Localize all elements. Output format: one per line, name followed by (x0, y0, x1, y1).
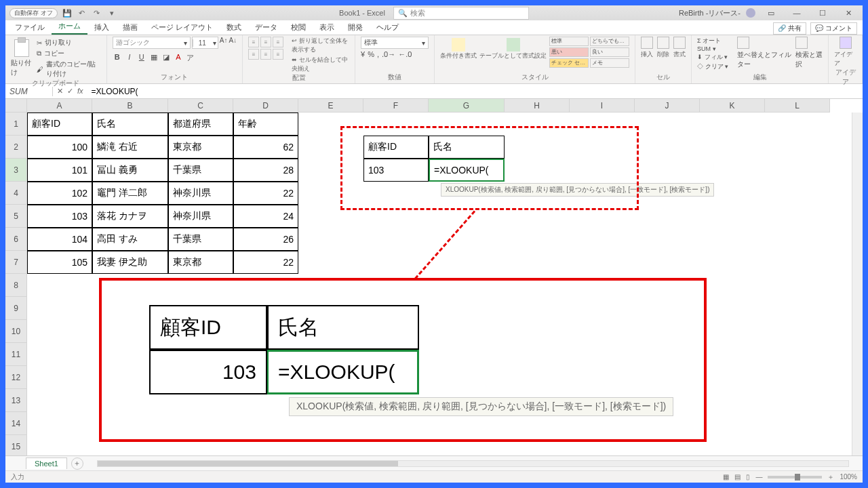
column-header[interactable]: L (765, 99, 830, 113)
row-header[interactable]: 2 (5, 136, 27, 159)
select-all-corner[interactable] (5, 99, 27, 113)
close-icon[interactable]: ✕ (838, 7, 859, 19)
fx-icon[interactable]: fx (77, 87, 83, 96)
cut-button[interactable]: 切り取り (37, 38, 100, 47)
ideas-button[interactable]: アイデア (834, 37, 856, 68)
find-select-button[interactable]: 検索と選択 (795, 37, 823, 69)
view-page-break-icon[interactable]: ▯ (746, 473, 750, 481)
table-cell[interactable]: 28 (233, 159, 298, 182)
table-cell[interactable]: 104 (27, 228, 92, 251)
zoom-slider[interactable] (768, 476, 822, 479)
column-header[interactable]: C (168, 99, 233, 113)
alignment-grid[interactable]: ≡≡≡≡≡≡ (248, 37, 283, 60)
row-header[interactable]: 6 (5, 228, 27, 251)
column-header[interactable]: D (233, 99, 298, 113)
table-cell[interactable]: 鱗滝 右近 (92, 136, 168, 159)
table-cell[interactable]: 24 (233, 205, 298, 228)
cell-style-item[interactable]: 悪い (549, 47, 589, 57)
column-header[interactable]: G (429, 99, 505, 113)
row-header[interactable]: 7 (5, 251, 27, 274)
ribbon-tab[interactable]: 開発 (341, 20, 370, 35)
view-page-layout-icon[interactable]: ▤ (734, 473, 741, 481)
redo-icon[interactable]: ↷ (92, 7, 102, 18)
table-cell[interactable]: 千葉県 (168, 228, 233, 251)
insert-cells-button[interactable]: 挿入 (641, 37, 653, 59)
table-cell[interactable]: 101 (27, 159, 92, 182)
ribbon-tab[interactable]: 挿入 (87, 20, 116, 35)
cell-style-item[interactable]: 良い (590, 47, 629, 57)
search-box[interactable]: 🔍 検索 (393, 7, 529, 20)
fill-color-button[interactable]: ◪ (161, 53, 171, 63)
row-header[interactable]: 13 (5, 389, 27, 412)
ribbon-tab[interactable]: ファイル (8, 20, 52, 35)
column-header[interactable]: I (570, 99, 635, 113)
decrease-decimal-button[interactable]: ←.0 (398, 50, 412, 58)
ribbon-tab[interactable]: ホーム (52, 19, 87, 35)
table-cell[interactable]: 神奈川県 (168, 205, 233, 228)
sort-filter-button[interactable]: 並べ替えとフィルター (737, 37, 792, 69)
cell-style-item[interactable]: 標準 (549, 37, 589, 46)
sheet-tab-active[interactable]: Sheet1 (26, 458, 67, 469)
italic-button[interactable]: I (125, 53, 134, 63)
fill-button[interactable]: ⬇ フィル ▾ (697, 53, 732, 62)
wrap-text-button[interactable]: ↩ 折り返して全体を表示する (292, 37, 349, 54)
row-header[interactable]: 12 (5, 366, 27, 389)
name-box[interactable]: SUM (5, 87, 53, 96)
table-cell[interactable]: 冨山 義勇 (92, 159, 168, 182)
bold-button[interactable]: B (113, 53, 122, 63)
column-header[interactable]: K (700, 99, 765, 113)
autosave-toggle[interactable]: 自動保存 オフ (9, 8, 58, 18)
user-avatar[interactable] (746, 8, 755, 18)
ribbon-tab[interactable]: ヘルプ (370, 20, 406, 35)
column-header[interactable]: E (298, 99, 363, 113)
conditional-formatting-button[interactable]: 条件付き書式 (440, 37, 477, 60)
ribbon-tab[interactable]: 数式 (220, 20, 248, 35)
table-cell[interactable]: 千葉県 (168, 159, 233, 182)
table-cell[interactable]: 22 (233, 182, 298, 205)
cell-styles-gallery[interactable]: 標準どちらでも…悪い良いチェック セ…メモ (549, 37, 629, 68)
worksheet-grid[interactable]: ABCDEFGHIJKL 123456789101112131415 顧客ID氏… (5, 99, 863, 455)
decrease-font-icon[interactable]: A↓ (229, 37, 237, 49)
table-cell[interactable]: 102 (27, 182, 92, 205)
column-header[interactable]: B (92, 99, 168, 113)
vertical-scrollbar[interactable] (852, 113, 863, 455)
add-sheet-button[interactable]: ＋ (71, 458, 83, 470)
comma-button[interactable]: , (377, 50, 379, 58)
copy-button[interactable]: コピー (37, 49, 100, 58)
ribbon-options-icon[interactable]: ▭ (761, 7, 781, 19)
font-name-select[interactable]: 游ゴシック▾ (113, 37, 191, 49)
row-header[interactable]: 8 (5, 274, 27, 297)
comments-button[interactable]: 💬 コメント (810, 22, 857, 35)
table-header-cell[interactable]: 顧客ID (27, 113, 92, 136)
delete-cells-button[interactable]: 削除 (657, 37, 669, 59)
view-normal-icon[interactable]: ▦ (723, 473, 729, 481)
column-header[interactable]: F (363, 99, 429, 113)
number-format-select[interactable]: 標準▾ (361, 37, 429, 49)
format-as-table-button[interactable]: テーブルとして書式設定 (479, 37, 547, 60)
cancel-formula-icon[interactable]: ✕ (57, 87, 63, 96)
ribbon-tab[interactable]: 校閲 (284, 20, 313, 35)
user-name[interactable]: ReBirth -リバース- (679, 8, 741, 18)
row-header[interactable]: 9 (5, 297, 27, 320)
lookup-formula-cell[interactable]: =XLOOKUP( (429, 159, 505, 182)
minimize-icon[interactable]: — (787, 7, 807, 19)
table-header-cell[interactable]: 都道府県 (168, 113, 233, 136)
autosum-button[interactable]: Σ オート SUM ▾ (697, 37, 732, 52)
share-button[interactable]: 🔗 共有 (773, 22, 806, 35)
table-cell[interactable]: 高田 すみ (92, 228, 168, 251)
horizontal-scrollbar[interactable] (97, 460, 849, 467)
phonetic-button[interactable]: ア (186, 53, 195, 63)
border-button[interactable]: ▦ (149, 53, 159, 63)
clear-button[interactable]: ◇ クリア ▾ (697, 62, 732, 71)
column-header[interactable]: J (635, 99, 700, 113)
ribbon-tab[interactable]: 描画 (116, 20, 144, 35)
table-cell[interactable]: 103 (27, 205, 92, 228)
save-icon[interactable]: 💾 (62, 7, 73, 18)
row-header[interactable]: 15 (5, 435, 27, 455)
row-header[interactable]: 11 (5, 343, 27, 366)
table-cell[interactable]: 62 (233, 136, 298, 159)
percent-button[interactable]: % (368, 50, 374, 58)
table-cell[interactable]: 100 (27, 136, 92, 159)
table-cell[interactable]: 105 (27, 251, 92, 274)
row-header[interactable]: 5 (5, 205, 27, 228)
